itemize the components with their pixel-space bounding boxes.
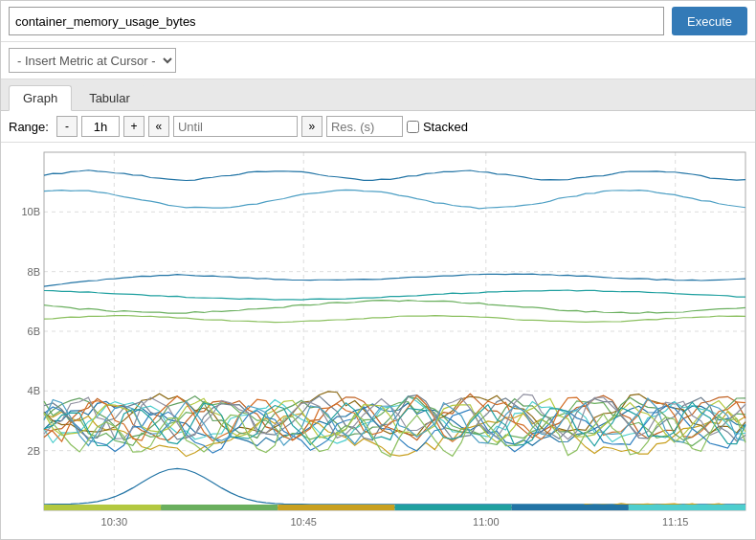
tab-tabular[interactable]: Tabular [75, 85, 145, 110]
stacked-label: Stacked [407, 120, 468, 134]
tabs-bar: Graph Tabular [1, 79, 755, 111]
app-container: Execute - Insert Metric at Cursor - Grap… [0, 0, 756, 540]
insert-metric-select[interactable]: - Insert Metric at Cursor - [9, 48, 176, 73]
range-minus-button[interactable]: - [56, 116, 78, 137]
back-button[interactable]: « [148, 116, 169, 137]
insert-metric-bar: - Insert Metric at Cursor - [1, 42, 755, 79]
execute-button[interactable]: Execute [672, 7, 747, 35]
range-value-input[interactable] [81, 116, 120, 137]
query-input[interactable] [9, 7, 664, 35]
forward-button[interactable]: » [301, 116, 322, 137]
top-bar: Execute [1, 1, 755, 42]
res-input[interactable] [326, 116, 403, 137]
range-plus-button[interactable]: + [123, 116, 145, 137]
controls-bar: Range: - + « » Stacked [1, 111, 755, 143]
range-label: Range: [9, 120, 49, 134]
tab-graph[interactable]: Graph [9, 85, 72, 111]
stacked-checkbox[interactable] [407, 121, 419, 133]
until-input[interactable] [173, 116, 298, 137]
chart-canvas [1, 143, 755, 539]
chart-area [1, 143, 755, 539]
